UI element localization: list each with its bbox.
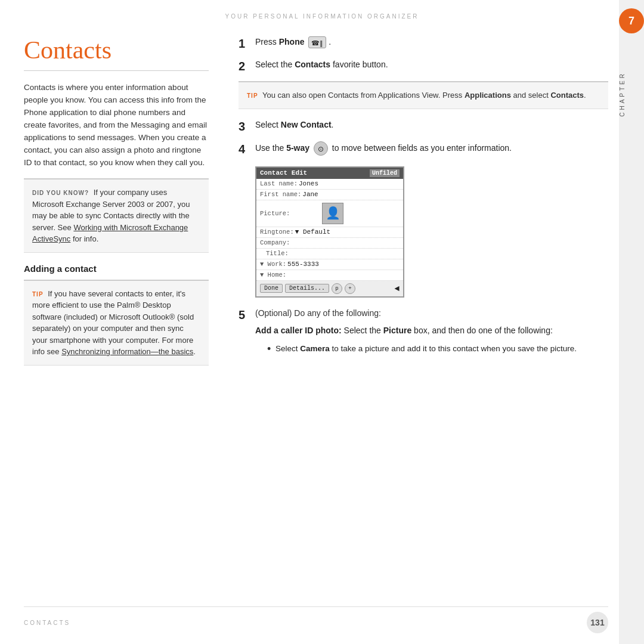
ce-details-btn[interactable]: Details... [285,284,329,293]
tip-link-left[interactable]: Synchronizing information—the basics [61,347,193,356]
bullet-text-1: Select Camera to take a picture and add … [275,343,577,355]
step-1-text: Press Phone ☎‖ . [255,36,608,48]
ce-row-company: Company: [256,238,403,249]
tip-text2-right: and select [511,91,551,100]
chapter-label: CHAPTER [619,72,644,117]
step-1-number: 1 [239,35,255,52]
ce-title: Contact Edit [260,169,307,177]
footer-left-text: CONTACTS [24,620,70,626]
ce-row-title: Title: [256,249,403,259]
page-title: Contacts [24,36,209,64]
fiveway-icon: ⊙ [314,141,328,156]
step-2-number: 2 [239,57,255,75]
step-5-optional: (Optional) Do any of the following: [255,307,608,320]
tip-bold2-right: Contacts [550,91,584,100]
tip-bold1-right: Applications [465,91,511,100]
tip-label-right: TIP [247,92,258,99]
step-5-number: 5 [239,306,255,324]
step-5-bold2: Picture [383,326,411,335]
footer-page-number: 131 [587,612,608,633]
bottom-footer: CONTACTS 131 [24,606,608,633]
did-you-know-box: DID YOU KNOW? If your company uses Micro… [24,178,209,253]
ce-unfiled: Unfiled [370,169,400,177]
step-5-main-text: Add a caller ID photo: Select the Pictur… [255,324,608,338]
ce-row-firstname: First name: Jane [256,190,403,200]
ce-circle-btn-1[interactable]: p [332,283,342,294]
chapter-number: 7 [619,8,644,33]
tip-box-right: TIP You can also open Contacts from Appl… [239,81,608,109]
step-4-bold: 5-way [286,143,309,152]
ce-row-work: ▼ Work: 555-3333 [256,259,403,270]
ce-picture-thumb: 👤 [322,203,343,224]
dyk-suffix: for info. [70,234,98,243]
tip-suffix-left: . [193,347,196,356]
ce-row-home: ▼ Home: [256,270,403,281]
body-text: Contacts is where you enter information … [24,82,209,169]
step-2-bold: Contacts [295,60,330,69]
ce-row-picture: Picture: 👤 [256,200,403,227]
step-3-text: Select New Contact. [255,119,608,131]
step-3-bold: New Contact [281,120,332,129]
ce-row-ringtone: Ringtone: ▼ Default [256,227,403,238]
title-divider [24,70,209,71]
tip-text-right: You can also open Contacts from Applicat… [261,91,465,100]
ce-done-btn[interactable]: Done [260,284,283,293]
ce-title-bar: Contact Edit Unfiled [256,168,403,179]
step-5-content: (Optional) Do any of the following: Add … [255,307,608,361]
tip-suffix-right: . [584,91,586,100]
step-3-number: 3 [239,117,255,135]
phone-icon-inline: ☎‖ [308,36,326,48]
step-2-text: Select the Contacts favorite button. [255,58,608,71]
step-4-number: 4 [239,140,255,158]
bullet-dot: • [267,343,275,354]
bullet-item-1: • Select Camera to take a picture and ad… [267,343,608,355]
section-heading: Adding a contact [24,264,209,274]
step-1: 1 Press Phone ☎‖ . [239,36,608,52]
ce-row-lastname: Last name: Jones [256,179,403,190]
contact-edit-screenshot: Contact Edit Unfiled Last name: Jones Fi… [255,166,404,298]
step-3: 3 Select New Contact. [239,119,608,135]
step-1-bold: Phone [279,37,305,47]
page-header: YOUR PERSONAL INFORMATION ORGANIZER [0,13,644,20]
left-column: Contacts Contacts is where you enter inf… [24,36,209,376]
step-5-bold-intro: Add a caller ID photo: [255,326,342,335]
right-column: 1 Press Phone ☎‖ . 2 Select the Contacts… [239,36,608,366]
tip-box-left: TIP If you have several contacts to ente… [24,280,209,366]
step-5: 5 (Optional) Do any of the following: Ad… [239,307,608,361]
tip-label-left: TIP [32,291,44,298]
chapter-tab: 7 CHAPTER [619,0,644,644]
step-4-text: Use the 5-way ⊙ to move between fields a… [255,141,608,156]
ce-bottom-bar: Done Details... p + ◄ [256,281,403,296]
main-content: Contacts Contacts is where you enter inf… [24,36,608,608]
step-4: 4 Use the 5-way ⊙ to move between fields… [239,141,608,158]
tip-text-left: If you have several contacts to enter, i… [32,289,194,357]
dyk-label: DID YOU KNOW? [32,190,89,196]
ce-arrow: ◄ [395,284,400,293]
ce-circle-btn-2[interactable]: + [345,283,355,294]
step-2: 2 Select the Contacts favorite button. [239,58,608,75]
